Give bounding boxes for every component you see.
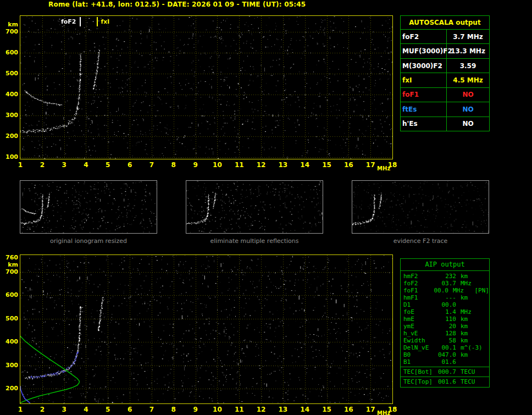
aip-param-value: 58 xyxy=(435,337,456,344)
x-tick-label: 4 xyxy=(80,161,91,169)
y-tick-label: 300 xyxy=(4,362,18,369)
x-tick-label: 16 xyxy=(343,161,354,169)
aip-param-label: ymE xyxy=(403,323,435,330)
x-tick-label: 10 xyxy=(212,161,223,169)
x-tick-label: 14 xyxy=(300,161,311,169)
aip-row-h_vE: h_vE128km xyxy=(401,330,489,337)
aip-param-value: --- xyxy=(435,294,456,301)
aip-param-label: TEC[Top] xyxy=(403,378,435,385)
aip-param-unit: km xyxy=(461,323,485,330)
aip-row-DelN_vE: DelN_vE00.1m^(-3) xyxy=(401,344,489,351)
autoscala-row-foF2: foF23.7 MHz xyxy=(401,30,489,44)
aip-param-unit: km xyxy=(461,316,485,323)
autoscala-param-label: ftEs xyxy=(401,102,447,116)
aip-param-unit: km xyxy=(461,330,485,337)
aip-param-unit xyxy=(461,301,485,308)
x-tick-label: 6 xyxy=(124,406,135,413)
aip-param-value: 00.0 xyxy=(435,301,456,308)
y-tick-label: 100 xyxy=(4,153,18,161)
x-tick-label: 8 xyxy=(168,406,179,413)
aip-row-hmF2: hmF2232km xyxy=(401,273,489,280)
x-tick-label: 15 xyxy=(322,406,332,413)
autoscala-param-value: NO xyxy=(447,102,489,116)
y-tick-label: 200 xyxy=(4,385,18,392)
aip-row-D1: D100.0 xyxy=(401,301,489,308)
aip-param-value: 000.7 xyxy=(435,368,456,375)
y-tick-label: 300 xyxy=(4,112,18,119)
x-tick-label: 8 xyxy=(168,161,179,169)
x-tick-label: 5 xyxy=(102,406,113,413)
aip-row-TEC[Top]: TEC[Top]001.6TECU xyxy=(401,378,489,385)
autoscala-param-label: h'Es xyxy=(401,117,447,131)
aip-row-hmE: hmE110km xyxy=(401,316,489,323)
aip-param-unit: km xyxy=(461,337,485,344)
autoscala-row-ftEs: ftEsNO xyxy=(401,102,489,117)
page-title: Rome (lat: +41.8, lon: 012.5) - DATE: 20… xyxy=(48,1,306,8)
x-tick-label: 3 xyxy=(59,406,70,413)
x-tick-label: 12 xyxy=(256,161,267,169)
aip-param-unit xyxy=(461,358,485,366)
autoscala-param-label: foF1 xyxy=(401,88,447,102)
aip-param-value: 110 xyxy=(435,316,456,323)
aip-param-value: 20 xyxy=(435,323,456,330)
y-tick-label: 500 xyxy=(4,315,18,322)
x-tick-label: 9 xyxy=(190,406,201,413)
thumbnail-original-canvas xyxy=(20,181,157,233)
x-axis-unit-label: MHz xyxy=(377,410,390,415)
aip-param-unit: km xyxy=(461,273,485,280)
x-tick-label: 7 xyxy=(146,161,157,169)
aip-row-Ewidth: Ewidth58km xyxy=(401,337,489,344)
x-tick-label: 12 xyxy=(256,406,267,413)
autoscala-row-MUF(3000)F2: MUF(3000)F213.3 MHz xyxy=(401,44,489,58)
y-axis-unit-label: km xyxy=(4,261,18,268)
aip-row-ymE: ymE20km xyxy=(401,323,489,330)
aip-row-B1: B101.6 xyxy=(401,358,489,366)
aip-param-label: foF1 xyxy=(403,287,431,294)
autoscala-param-value: 3.59 xyxy=(447,59,489,73)
thumbnail-caption: original ionogram resized xyxy=(20,237,157,245)
aip-param-value: 00.0 xyxy=(431,287,448,294)
x-tick-label: 2 xyxy=(37,406,48,413)
aip-param-value: 047.0 xyxy=(435,351,456,358)
x-tick-label: 1 xyxy=(15,406,26,413)
aip-param-value: 00.1 xyxy=(435,344,456,351)
autoscala-table-title: AUTOSCALA output xyxy=(401,16,489,30)
aip-param-unit: km xyxy=(461,351,485,358)
aip-param-label: D1 xyxy=(403,301,435,308)
x-tick-label: 11 xyxy=(234,406,245,413)
aip-param-unit: TECU xyxy=(461,368,485,375)
x-tick-label: 3 xyxy=(59,161,70,169)
autoscala-param-value: NO xyxy=(447,117,489,131)
aip-param-note: [PN] xyxy=(475,287,490,294)
aip-param-value: 1.4 xyxy=(435,308,456,316)
y-tick-label: 400 xyxy=(4,91,18,98)
y-tick-label: 700 xyxy=(4,28,18,35)
autoscala-row-fxI: fxI4.5 MHz xyxy=(401,73,489,87)
ionogram-profile-canvas xyxy=(20,255,392,403)
x-tick-label: 17 xyxy=(365,161,376,169)
thumbnail-caption: evidence F2 trace xyxy=(352,237,489,245)
annotation-label-fxI: fxI xyxy=(101,18,109,25)
ionogram-main-canvas xyxy=(20,16,392,159)
x-tick-label: 1 xyxy=(15,161,26,169)
autoscala-param-label: MUF(3000)F2 xyxy=(401,44,447,58)
aip-param-label: foF2 xyxy=(403,280,435,287)
y-tick-label: 600 xyxy=(4,49,18,56)
thumbnail-evidence-f2 xyxy=(352,180,489,234)
x-tick-label: 2 xyxy=(37,161,48,169)
aip-row-hmF1: hmF1---km xyxy=(401,294,489,301)
aip-row-foF2: foF203.7MHz xyxy=(401,280,489,287)
annotation-line-fxI xyxy=(97,17,98,26)
autoscala-param-value: NO xyxy=(447,88,489,102)
y-tick-label: 700 xyxy=(4,268,18,275)
aip-table-title: AIP output xyxy=(401,259,489,271)
aip-row-foE: foE1.4MHz xyxy=(401,308,489,316)
y-tick-label: 400 xyxy=(4,338,18,345)
aip-divider xyxy=(401,377,489,377)
autoscala-param-value: 3.7 MHz xyxy=(447,30,489,43)
aip-param-value: 03.7 xyxy=(435,280,456,287)
autoscala-table-rows: foF23.7 MHzMUF(3000)F213.3 MHzM(3000)F23… xyxy=(401,30,489,131)
aip-param-label: DelN_vE xyxy=(403,344,435,351)
aip-param-value: 128 xyxy=(435,330,456,337)
aip-param-label: hmE xyxy=(403,316,435,323)
